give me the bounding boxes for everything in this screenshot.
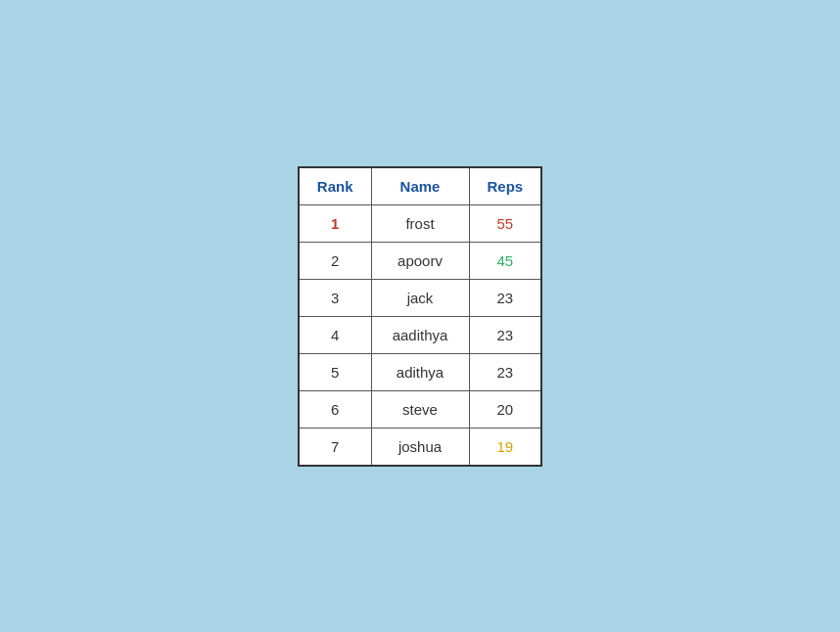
table-row: 2 apoorv 45 <box>299 242 541 279</box>
rank-cell: 2 <box>299 242 371 279</box>
name-cell: adithya <box>371 353 469 390</box>
rank-cell: 3 <box>299 279 371 316</box>
reps-cell: 23 <box>469 353 541 390</box>
reps-cell: 55 <box>469 204 541 242</box>
leaderboard-table: Rank Name Reps 1 frost 55 2 apoorv 45 3 … <box>298 166 542 467</box>
rank-cell: 4 <box>299 316 371 353</box>
name-header: Name <box>371 167 469 205</box>
name-cell: jack <box>371 279 469 316</box>
rank-cell: 7 <box>299 428 371 466</box>
rank-header: Rank <box>299 167 371 205</box>
table-row: 6 steve 20 <box>299 390 541 428</box>
rank-cell: 5 <box>299 353 371 390</box>
table-row: 1 frost 55 <box>299 204 541 242</box>
rank-cell: 6 <box>299 390 371 428</box>
rank-cell: 1 <box>299 204 371 242</box>
reps-header: Reps <box>469 167 541 205</box>
table-row: 7 joshua 19 <box>299 428 541 466</box>
table-row: 5 adithya 23 <box>299 353 541 390</box>
reps-cell: 20 <box>469 390 541 428</box>
name-cell: aadithya <box>371 316 469 353</box>
name-cell: apoorv <box>371 242 469 279</box>
table-header-row: Rank Name Reps <box>299 167 541 205</box>
reps-cell: 45 <box>469 242 541 279</box>
name-cell: frost <box>371 204 469 242</box>
table-row: 3 jack 23 <box>299 279 541 316</box>
name-cell: joshua <box>371 428 469 466</box>
reps-cell: 23 <box>469 279 541 316</box>
table-row: 4 aadithya 23 <box>299 316 541 353</box>
reps-cell: 23 <box>469 316 541 353</box>
reps-cell: 19 <box>469 428 541 466</box>
name-cell: steve <box>371 390 469 428</box>
